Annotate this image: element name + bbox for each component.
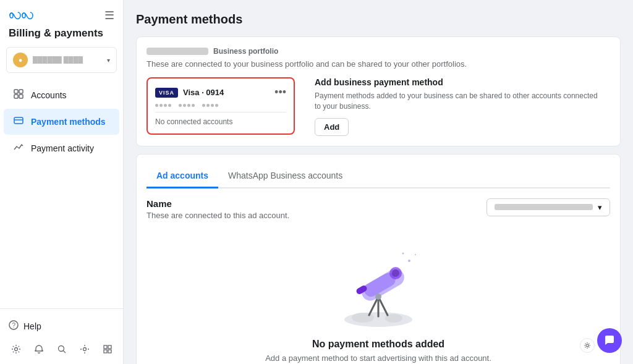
dot	[206, 104, 210, 107]
no-connected-accounts: No connected accounts	[155, 117, 286, 126]
meta-logo	[9, 11, 33, 20]
sidebar-item-payment-methods[interactable]: Payment methods	[4, 109, 119, 135]
visa-logo: VISA	[155, 88, 178, 98]
payment-methods-label: Payment methods	[31, 117, 106, 127]
accounts-label: Accounts	[31, 90, 67, 100]
portfolio-description: These are connected to your business por…	[147, 59, 610, 69]
payment-activity-label: Payment activity	[31, 143, 94, 153]
notifications-icon[interactable]	[32, 341, 46, 358]
accounts-card: Ad accounts WhatsApp Business accounts N…	[136, 154, 621, 364]
name-title: Name	[147, 198, 289, 209]
accounts-icon	[12, 88, 25, 102]
dot	[159, 104, 163, 107]
account-selector[interactable]: ● ██████ ████ ▾	[6, 47, 117, 73]
chat-icon	[603, 334, 616, 347]
dot	[155, 104, 158, 107]
sidebar-nav: Accounts Payment methods Payment activit…	[0, 79, 123, 308]
account-name: ██████ ████	[33, 56, 102, 64]
avatar: ●	[13, 53, 28, 67]
dot	[164, 104, 167, 107]
dot	[211, 104, 214, 107]
account-dropdown[interactable]: ▾	[486, 198, 610, 216]
settings-icon[interactable]	[9, 341, 23, 358]
business-portfolio-card: Business portfolio These are connected t…	[136, 36, 621, 146]
svg-rect-14	[104, 345, 107, 349]
name-section-left: Name These are connected to this ad acco…	[147, 198, 289, 220]
svg-point-19	[352, 313, 374, 323]
payment-method-row: VISA Visa · 0914 •••	[147, 77, 610, 136]
add-bpm-section: Add business payment method Payment meth…	[305, 77, 610, 136]
svg-point-27	[392, 269, 399, 277]
search-icon[interactable]	[54, 341, 69, 358]
portfolio-header: Business portfolio	[147, 47, 610, 56]
telescope-illustration	[329, 242, 428, 329]
chat-bubble-button[interactable]	[597, 328, 622, 353]
svg-rect-3	[19, 90, 23, 93]
add-bpm-title: Add business payment method	[315, 77, 600, 87]
svg-rect-17	[108, 350, 111, 353]
dot	[168, 104, 171, 107]
help-icon: ?	[9, 320, 19, 332]
dot	[183, 104, 186, 107]
sidebar-title: Billing & payments	[0, 26, 123, 47]
svg-line-12	[63, 351, 66, 353]
svg-point-30	[408, 260, 410, 262]
name-description: These are connected to this ad account.	[147, 211, 289, 220]
empty-state: No payment methods added Add a payment m…	[147, 230, 610, 364]
tools-icon[interactable]	[77, 341, 91, 358]
dropdown-chevron-icon: ▾	[598, 203, 602, 212]
svg-point-11	[58, 346, 64, 352]
empty-description: Add a payment method to start advertisin…	[265, 353, 491, 363]
svg-point-31	[402, 252, 404, 254]
add-bpm-button[interactable]: Add	[315, 118, 349, 136]
svg-rect-4	[14, 95, 18, 98]
svg-rect-2	[14, 90, 18, 93]
hamburger-menu[interactable]: ☰	[104, 9, 114, 22]
visa-divider	[155, 112, 286, 112]
dot	[179, 104, 182, 107]
portfolio-badge: Business portfolio	[213, 47, 278, 56]
tab-ad-accounts[interactable]: Ad accounts	[147, 164, 218, 188]
grid-icon[interactable]	[100, 341, 114, 358]
visa-number: Visa · 0914	[183, 88, 224, 97]
help-label: Help	[23, 321, 41, 331]
page-title: Payment methods	[136, 12, 621, 27]
bottom-icons-row	[9, 337, 114, 358]
payment-activity-icon	[12, 142, 25, 155]
svg-point-13	[83, 348, 86, 351]
sidebar-logo-area: ☰	[0, 0, 123, 26]
svg-point-0	[10, 13, 13, 18]
settings-gear-button[interactable]	[580, 338, 595, 353]
svg-rect-15	[108, 345, 111, 349]
sidebar: ☰ Billing & payments ● ██████ ████ ▾ Acc…	[0, 0, 124, 364]
main-content: Payment methods Business portfolio These…	[124, 0, 633, 364]
svg-point-10	[14, 348, 17, 351]
tab-whatsapp[interactable]: WhatsApp Business accounts	[218, 164, 352, 188]
dot	[215, 104, 218, 107]
help-item[interactable]: ? Help	[9, 315, 114, 337]
card-dots-line	[155, 104, 286, 107]
portfolio-name-blur	[147, 48, 208, 55]
svg-point-33	[586, 344, 588, 347]
svg-text:?: ?	[12, 322, 16, 329]
dot	[192, 104, 195, 107]
visa-card-box: VISA Visa · 0914 •••	[147, 77, 295, 135]
svg-rect-5	[19, 95, 23, 98]
svg-rect-6	[14, 117, 23, 124]
dot	[187, 104, 190, 107]
svg-rect-16	[104, 350, 107, 353]
sidebar-item-accounts[interactable]: Accounts	[4, 82, 119, 108]
payment-methods-icon	[12, 115, 25, 129]
meta-logo-svg	[9, 11, 33, 20]
visa-info: VISA Visa · 0914	[155, 88, 224, 98]
svg-point-29	[375, 294, 381, 300]
empty-title: No payment methods added	[312, 339, 444, 350]
chevron-down-icon: ▾	[107, 57, 110, 64]
name-section: Name These are connected to this ad acco…	[147, 198, 610, 220]
visa-card-header: VISA Visa · 0914 •••	[155, 86, 286, 99]
sidebar-item-payment-activity[interactable]: Payment activity	[4, 135, 119, 161]
sidebar-bottom: ? Help	[0, 308, 123, 364]
visa-more-options-icon[interactable]: •••	[274, 86, 286, 99]
add-bpm-description: Payment methods added to your business c…	[315, 91, 600, 112]
dot	[202, 104, 205, 107]
